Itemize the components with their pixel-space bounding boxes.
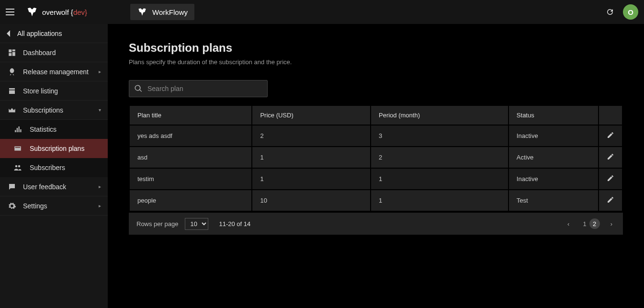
cell-period: 2	[371, 147, 508, 168]
nav-label: Subscriptions	[23, 106, 63, 114]
th-status[interactable]: Status	[509, 106, 598, 125]
users-icon	[13, 163, 22, 172]
nav-dashboard[interactable]: Dashboard	[0, 43, 108, 62]
app-chip[interactable]: WorkFlowy	[130, 4, 194, 20]
nav-label: Statistics	[30, 125, 56, 133]
back-label: All applications	[17, 30, 62, 37]
cell-price: 1	[252, 147, 370, 168]
cell-status: Inactive	[509, 169, 598, 189]
search-icon	[134, 84, 143, 93]
nav-settings[interactable]: Settings ▸	[0, 196, 108, 216]
cell-price: 1	[252, 169, 370, 189]
table-row: yes ads asdf23Inactive	[130, 125, 622, 146]
nav-subscriptions[interactable]: Subscriptions ▾	[0, 101, 108, 120]
nav-subscription-plans[interactable]: Subscription plans	[0, 139, 108, 158]
app-chip-label: WorkFlowy	[152, 8, 188, 16]
cell-title: yes ads asdf	[130, 125, 251, 146]
cell-edit[interactable]	[599, 125, 622, 146]
avatar-initial: O	[628, 8, 633, 16]
nav-label: Settings	[23, 202, 47, 210]
pager: Rows per page 10 11-20 of 14 ‹ 12 ›	[129, 213, 623, 235]
cell-status: Inactive	[509, 125, 598, 146]
cell-edit[interactable]	[599, 190, 622, 211]
chevron-right-icon: ▸	[99, 69, 101, 74]
store-icon	[8, 87, 16, 95]
cell-price: 2	[252, 125, 370, 146]
nav-store-listing[interactable]: Store listing	[0, 81, 108, 101]
pencil-icon	[607, 196, 614, 204]
cell-period: 1	[371, 169, 508, 189]
cell-period: 1	[371, 190, 508, 211]
chevron-right-icon: ▸	[99, 203, 101, 208]
nav-label: Subscription plans	[30, 145, 84, 152]
nav-user-feedback[interactable]: User feedback ▸	[0, 177, 108, 196]
chat-icon	[8, 183, 16, 191]
bar-chart-icon	[13, 125, 22, 134]
pencil-icon	[607, 153, 614, 160]
cell-edit[interactable]	[599, 147, 622, 168]
avatar[interactable]: O	[623, 4, 638, 20]
nav-label: User feedback	[23, 183, 66, 191]
hamburger-menu[interactable]	[6, 6, 17, 18]
dashboard-icon	[8, 48, 16, 57]
crown-icon	[8, 106, 16, 114]
brand-label: overwolf{dev}	[42, 8, 87, 16]
th-plan-title[interactable]: Plan title	[130, 106, 251, 125]
cell-status: Active	[509, 147, 598, 168]
nav-label: Release management	[23, 68, 89, 76]
table-row: testim11Inactive	[130, 169, 622, 189]
pager-page[interactable]: 2	[589, 218, 600, 229]
table-row: people101Test	[130, 190, 622, 211]
brand-wolf-icon	[26, 6, 38, 18]
cell-title: testim	[130, 169, 251, 189]
chevron-left-icon	[7, 30, 11, 37]
th-period[interactable]: Period (month)	[371, 106, 508, 125]
cell-title: asd	[130, 147, 251, 168]
table-row: asd12Active	[130, 147, 622, 168]
pencil-icon	[607, 174, 614, 182]
cell-period: 3	[371, 125, 508, 146]
rocket-icon	[8, 68, 16, 76]
pager-page[interactable]: 1	[580, 219, 589, 228]
chevron-down-icon: ▾	[99, 107, 101, 113]
chevron-right-icon: ▸	[99, 184, 101, 189]
cell-status: Test	[509, 190, 598, 211]
page-title: Subscription plans	[129, 41, 623, 55]
cell-title: people	[130, 190, 251, 211]
cell-edit[interactable]	[599, 169, 622, 189]
page-subtitle: Plans specify the duration of the subscr…	[129, 58, 623, 66]
pager-prev[interactable]: ‹	[565, 219, 572, 228]
nav-label: Dashboard	[23, 49, 56, 57]
nav-label: Store listing	[23, 87, 58, 95]
card-icon	[13, 144, 22, 153]
search-wrap[interactable]	[129, 80, 268, 97]
nav-statistics[interactable]: Statistics	[0, 120, 108, 139]
refresh-icon[interactable]	[606, 8, 614, 16]
rows-per-page-label: Rows per page	[136, 220, 178, 228]
app-chip-icon	[137, 7, 147, 17]
pencil-icon	[607, 131, 614, 139]
nav-release-management[interactable]: Release management ▸	[0, 62, 108, 81]
plans-table: Plan title Price (USD) Period (month) St…	[129, 105, 623, 212]
pager-range: 11-20 of 14	[219, 220, 250, 228]
cell-price: 10	[252, 190, 370, 211]
nav-subscribers[interactable]: Subscribers	[0, 158, 108, 177]
th-actions	[599, 106, 622, 125]
back-all-applications[interactable]: All applications	[0, 24, 108, 43]
th-price[interactable]: Price (USD)	[252, 106, 370, 125]
rows-per-page-select[interactable]: 10	[185, 218, 208, 230]
search-input[interactable]	[147, 85, 262, 92]
pager-next[interactable]: ›	[608, 219, 615, 228]
nav-label: Subscribers	[30, 164, 65, 171]
gear-icon	[8, 202, 16, 210]
